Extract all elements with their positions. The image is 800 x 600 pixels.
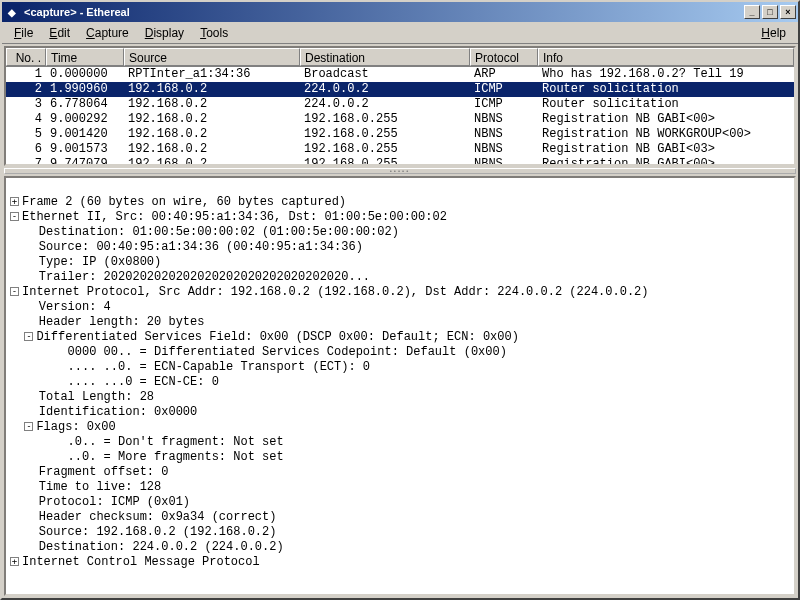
- packet-cell: 6: [6, 142, 46, 157]
- packet-row[interactable]: 21.990960192.168.0.2224.0.0.2ICMPRouter …: [6, 82, 794, 97]
- packet-cell: 192.168.0.2: [124, 127, 300, 142]
- detail-ip-hlen: Header length: 20 bytes: [39, 315, 205, 329]
- packet-cell: 6.778064: [46, 97, 124, 112]
- detail-ip-dsf1: 0000 00.. = Differentiated Services Code…: [68, 345, 507, 359]
- packet-cell: 9.001420: [46, 127, 124, 142]
- maximize-button[interactable]: □: [762, 5, 778, 19]
- packet-cell: NBNS: [470, 112, 538, 127]
- col-header-info[interactable]: Info: [538, 48, 794, 66]
- packet-cell: 2: [6, 82, 46, 97]
- packet-cell: Who has 192.168.0.2? Tell 19: [538, 67, 794, 82]
- packet-cell: Registration NB GABI<00>: [538, 112, 794, 127]
- detail-icmp: Internet Control Message Protocol: [22, 555, 260, 569]
- detail-eth: Ethernet II, Src: 00:40:95:a1:34:36, Dst…: [22, 210, 447, 224]
- detail-ip-daddr: Destination: 224.0.0.2 (224.0.0.2): [39, 540, 284, 554]
- packet-cell: NBNS: [470, 127, 538, 142]
- packet-cell: 7: [6, 157, 46, 164]
- tree-toggle-icon[interactable]: -: [10, 212, 19, 221]
- packet-row[interactable]: 36.778064192.168.0.2224.0.0.2ICMPRouter …: [6, 97, 794, 112]
- packet-cell: 192.168.0.255: [300, 112, 470, 127]
- packet-cell: 192.168.0.255: [300, 157, 470, 164]
- packet-list-body[interactable]: 10.000000RPTInter_a1:34:36BroadcastARPWh…: [6, 67, 794, 164]
- menu-edit[interactable]: Edit: [41, 24, 78, 42]
- packet-row[interactable]: 10.000000RPTInter_a1:34:36BroadcastARPWh…: [6, 67, 794, 82]
- menu-display[interactable]: Display: [137, 24, 192, 42]
- packet-cell: RPTInter_a1:34:36: [124, 67, 300, 82]
- menu-label: ools: [206, 26, 228, 40]
- packet-list-header: No. . Time Source Destination Protocol I…: [6, 48, 794, 67]
- detail-ip-flag-df: .0.. = Don't fragment: Not set: [68, 435, 284, 449]
- detail-ip-id: Identification: 0x0000: [39, 405, 197, 419]
- packet-cell: NBNS: [470, 157, 538, 164]
- detail-eth-trailer: Trailer: 2020202020202020202020202020202…: [39, 270, 370, 284]
- detail-ip-dsf3: .... ...0 = ECN-CE: 0: [68, 375, 219, 389]
- tree-toggle-icon[interactable]: -: [24, 422, 33, 431]
- col-header-dest[interactable]: Destination: [300, 48, 470, 66]
- window-title: <capture> - Ethereal: [24, 6, 744, 18]
- col-header-time[interactable]: Time: [46, 48, 124, 66]
- tree-toggle-icon[interactable]: +: [10, 197, 19, 206]
- detail-ip-dsf2: .... ..0. = ECN-Capable Transport (ECT):…: [68, 360, 370, 374]
- packet-row[interactable]: 49.000292192.168.0.2192.168.0.255NBNSReg…: [6, 112, 794, 127]
- packet-cell: Router solicitation: [538, 97, 794, 112]
- col-header-protocol[interactable]: Protocol: [470, 48, 538, 66]
- packet-cell: 224.0.0.2: [300, 82, 470, 97]
- packet-cell: 5: [6, 127, 46, 142]
- detail-eth-dst: Destination: 01:00:5e:00:00:02 (01:00:5e…: [39, 225, 399, 239]
- packet-list-pane: No. . Time Source Destination Protocol I…: [4, 46, 796, 166]
- tree-toggle-icon[interactable]: -: [24, 332, 33, 341]
- menu-label: dit: [57, 26, 70, 40]
- menu-capture[interactable]: Capture: [78, 24, 137, 42]
- tree-toggle-icon[interactable]: -: [10, 287, 19, 296]
- col-header-source[interactable]: Source: [124, 48, 300, 66]
- detail-ip-frag: Fragment offset: 0: [39, 465, 169, 479]
- detail-ip-cksum: Header checksum: 0x9a34 (correct): [39, 510, 277, 524]
- packet-cell: Broadcast: [300, 67, 470, 82]
- packet-cell: NBNS: [470, 142, 538, 157]
- menu-label: ile: [21, 26, 33, 40]
- detail-ip-flag-mf: ..0. = More fragments: Not set: [68, 450, 284, 464]
- pane-splitter[interactable]: •••••: [4, 168, 796, 174]
- detail-ip-proto: Protocol: ICMP (0x01): [39, 495, 190, 509]
- tree-toggle-icon[interactable]: +: [10, 557, 19, 566]
- packet-cell: 1: [6, 67, 46, 82]
- packet-cell: 192.168.0.2: [124, 82, 300, 97]
- menu-tools[interactable]: Tools: [192, 24, 236, 42]
- packet-cell: Router solicitation: [538, 82, 794, 97]
- packet-cell: 1.990960: [46, 82, 124, 97]
- menu-label: isplay: [153, 26, 184, 40]
- titlebar[interactable]: ◆ <capture> - Ethereal _ □ ×: [2, 2, 798, 22]
- detail-ip: Internet Protocol, Src Addr: 192.168.0.2…: [22, 285, 649, 299]
- packet-row[interactable]: 59.001420192.168.0.2192.168.0.255NBNSReg…: [6, 127, 794, 142]
- minimize-button[interactable]: _: [744, 5, 760, 19]
- packet-cell: ICMP: [470, 82, 538, 97]
- packet-cell: 192.168.0.2: [124, 112, 300, 127]
- packet-cell: 224.0.0.2: [300, 97, 470, 112]
- close-button[interactable]: ×: [780, 5, 796, 19]
- detail-ip-len: Total Length: 28: [39, 390, 154, 404]
- detail-frame: Frame 2 (60 bytes on wire, 60 bytes capt…: [22, 195, 346, 209]
- packet-cell: 192.168.0.2: [124, 97, 300, 112]
- detail-ip-ver: Version: 4: [39, 300, 111, 314]
- packet-cell: 9.000292: [46, 112, 124, 127]
- detail-ip-saddr: Source: 192.168.0.2 (192.168.0.2): [39, 525, 277, 539]
- packet-cell: 9.001573: [46, 142, 124, 157]
- packet-cell: Registration NB GABI<00>: [538, 157, 794, 164]
- detail-eth-src: Source: 00:40:95:a1:34:36 (00:40:95:a1:3…: [39, 240, 363, 254]
- packet-cell: 9.747079: [46, 157, 124, 164]
- col-header-no[interactable]: No. .: [6, 48, 46, 66]
- packet-cell: Registration NB GABI<03>: [538, 142, 794, 157]
- packet-details-pane[interactable]: +Frame 2 (60 bytes on wire, 60 bytes cap…: [4, 176, 796, 596]
- packet-row[interactable]: 69.001573192.168.0.2192.168.0.255NBNSReg…: [6, 142, 794, 157]
- detail-ip-ttl: Time to live: 128: [39, 480, 161, 494]
- menubar: File Edit Capture Display Tools Help: [2, 22, 798, 44]
- app-window: ◆ <capture> - Ethereal _ □ × File Edit C…: [0, 0, 800, 600]
- packet-cell: 192.168.0.255: [300, 127, 470, 142]
- menu-file[interactable]: File: [6, 24, 41, 42]
- packet-cell: 192.168.0.2: [124, 142, 300, 157]
- app-icon: ◆: [4, 4, 20, 20]
- packet-cell: Registration NB WORKGROUP<00>: [538, 127, 794, 142]
- packet-row[interactable]: 79.747079192.168.0.2192.168.0.255NBNSReg…: [6, 157, 794, 164]
- menu-help[interactable]: Help: [753, 24, 794, 42]
- packet-cell: 4: [6, 112, 46, 127]
